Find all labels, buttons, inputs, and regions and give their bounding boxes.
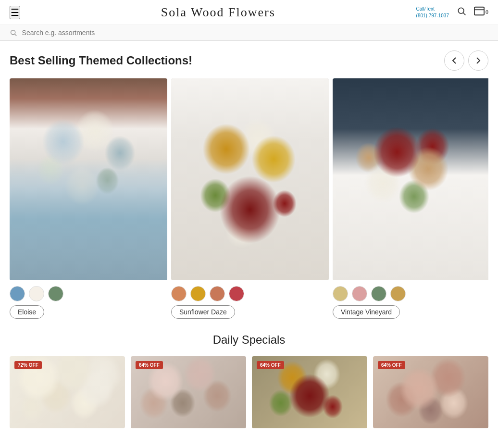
collection-image-sunflower-daze xyxy=(171,78,329,280)
collections-title: Best Selling Themed Collections! xyxy=(10,54,192,67)
search-bar xyxy=(0,25,498,41)
call-text: Call/Text (801) 797-1037 xyxy=(416,6,449,19)
svg-line-4 xyxy=(15,34,17,36)
hamburger-menu-icon[interactable]: ☰ xyxy=(10,6,20,19)
discount-badge-4: 64% OFF xyxy=(378,361,405,369)
specials-grid: 72% OFF 64% OFF 64% OFF 64% OFF xyxy=(10,356,488,428)
collection-card-vintage-vineyard[interactable]: Vintage Vineyard xyxy=(333,78,488,319)
special-card-1[interactable]: 72% OFF xyxy=(10,356,125,428)
svg-rect-2 xyxy=(474,7,484,15)
swatch xyxy=(352,286,367,301)
header-center: Sola Wood Flowers xyxy=(20,5,416,20)
discount-badge-1: 72% OFF xyxy=(14,361,42,369)
discount-badge-3: 64% OFF xyxy=(257,361,284,369)
collection-card-sunflower-daze[interactable]: Sunflower Daze xyxy=(171,78,329,319)
swatch xyxy=(48,286,63,301)
svg-point-3 xyxy=(11,30,15,35)
special-card-2[interactable]: 64% OFF xyxy=(131,356,246,428)
swatch xyxy=(333,286,348,301)
daily-specials-section: Daily Specials 72% OFF 64% OFF 64% OFF 6… xyxy=(0,324,498,438)
sunflower-daze-swatches xyxy=(171,286,329,301)
swatch xyxy=(229,286,244,301)
discount-badge-2: 64% OFF xyxy=(136,361,163,369)
eloise-swatches xyxy=(10,286,167,301)
eloise-label[interactable]: Eloise xyxy=(10,305,167,319)
special-card-3[interactable]: 64% OFF xyxy=(252,356,367,428)
daily-specials-title: Daily Specials xyxy=(10,333,488,347)
header-right: Call/Text (801) 797-1037 0 xyxy=(416,6,488,19)
collection-image-vintage-vineyard xyxy=(333,78,488,280)
carousel-next-button[interactable] xyxy=(468,50,488,71)
swatch xyxy=(371,286,386,301)
special-card-4[interactable]: 64% OFF xyxy=(373,356,488,428)
sunflower-daze-label[interactable]: Sunflower Daze xyxy=(171,305,329,319)
cart-count: 0 xyxy=(486,9,488,16)
collections-carousel: Eloise Sunflower Daze xyxy=(10,78,488,319)
vintage-vineyard-swatches xyxy=(333,286,488,301)
collection-card-eloise[interactable]: Eloise xyxy=(10,78,167,319)
site-header: ☰ Sola Wood Flowers Call/Text (801) 797-… xyxy=(0,0,498,25)
vintage-vineyard-label[interactable]: Vintage Vineyard xyxy=(333,305,488,319)
collections-header: Best Selling Themed Collections! xyxy=(10,50,488,71)
swatch xyxy=(171,286,187,301)
carousel-nav-buttons xyxy=(444,50,488,71)
site-title: Sola Wood Flowers xyxy=(161,5,275,19)
swatch xyxy=(190,286,206,301)
header-left: ☰ xyxy=(10,6,20,19)
swatch xyxy=(29,286,44,301)
swatch xyxy=(390,286,406,301)
cart-container: 0 xyxy=(474,6,488,19)
search-input[interactable] xyxy=(22,29,488,37)
carousel-prev-button[interactable] xyxy=(444,50,464,71)
svg-point-0 xyxy=(458,8,464,13)
svg-line-1 xyxy=(463,13,466,15)
swatch xyxy=(210,286,225,301)
swatch xyxy=(10,286,25,301)
search-bar-icon xyxy=(10,29,17,37)
cart-icon-button[interactable] xyxy=(474,6,485,19)
collection-image-eloise xyxy=(10,78,167,280)
search-icon-button[interactable] xyxy=(457,6,466,18)
collections-section: Best Selling Themed Collections! xyxy=(0,41,498,324)
